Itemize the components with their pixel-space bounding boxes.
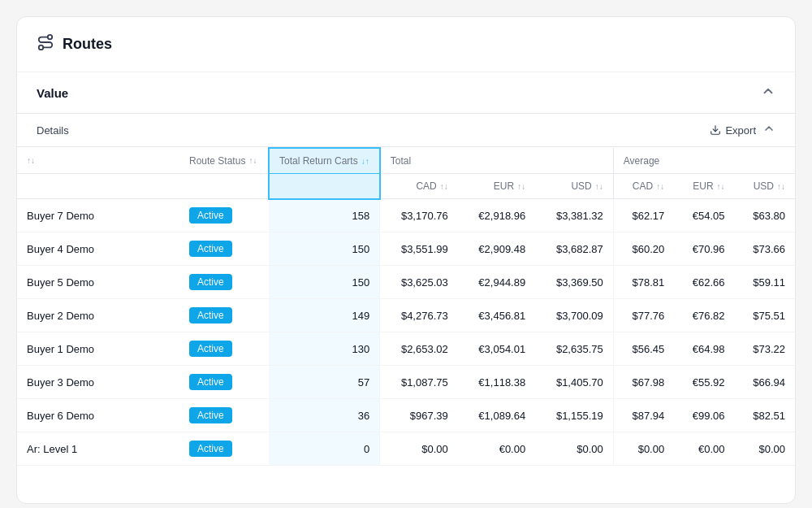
- return-carts-sort-icon: ↓↑: [361, 157, 369, 166]
- return-carts-cell: 150: [269, 232, 380, 266]
- status-badge: Active: [189, 407, 232, 423]
- return-carts-cell: 150: [269, 266, 380, 299]
- total-eur-cell: €2,944.89: [458, 266, 535, 299]
- details-bar: Details Export: [17, 114, 795, 147]
- value-section-header: Value: [17, 72, 795, 114]
- return-carts-cell: 158: [269, 199, 380, 232]
- total-group-header: Total: [380, 148, 614, 174]
- avg-cad-cell: $60.20: [613, 232, 674, 266]
- route-status-cell: Active: [179, 332, 269, 366]
- page-header: Routes: [17, 17, 795, 72]
- data-table-wrapper: ↑↓ Route Status ↑↓ Total Return Carts ↓↑: [17, 147, 795, 466]
- avg-eur-header: EUR ↑↓: [674, 174, 734, 199]
- collapse-button[interactable]: [761, 84, 775, 102]
- export-button[interactable]: Export: [710, 124, 756, 137]
- status-badge: Active: [189, 441, 232, 457]
- status-badge: Active: [189, 307, 232, 323]
- name-col-header: ↑↓: [17, 148, 179, 174]
- table-row: Ar: Level 1 Active 0 $0.00 €0.00 $0.00 $…: [17, 432, 795, 466]
- avg-eur-sort-icon: ↑↓: [717, 182, 725, 191]
- avg-eur-cell: €64.98: [674, 332, 734, 366]
- average-group-header: Average: [613, 148, 795, 174]
- total-usd-cell: $1,155.19: [535, 399, 613, 432]
- avg-usd-cell: $66.94: [735, 366, 795, 399]
- total-cad-cell: $2,653.02: [380, 332, 458, 366]
- total-cad-cell: $3,551.99: [380, 232, 458, 266]
- return-carts-col-header: Total Return Carts ↓↑: [269, 148, 380, 174]
- return-carts-cell: 149: [269, 299, 380, 332]
- status-sort-icon: ↑↓: [248, 156, 257, 165]
- average-group-label: Average: [624, 155, 659, 167]
- total-usd-cell: $2,635.75: [535, 332, 613, 366]
- avg-eur-cell: €0.00: [674, 432, 734, 466]
- details-collapse-button[interactable]: [762, 122, 775, 138]
- route-status-label: Route Status: [189, 155, 245, 167]
- name-sub-header: [17, 174, 179, 199]
- avg-cad-cell: $78.81: [613, 266, 674, 299]
- total-cad-cell: $1,087.75: [380, 366, 458, 399]
- avg-eur-cell: €99.06: [674, 399, 734, 432]
- avg-cad-label: CAD: [633, 180, 653, 192]
- return-carts-cell: 36: [269, 399, 380, 432]
- status-badge: Active: [189, 341, 232, 357]
- total-eur-cell: €0.00: [458, 432, 535, 466]
- svg-point-1: [48, 35, 53, 40]
- total-usd-cell: $3,381.32: [535, 199, 613, 232]
- main-container: Routes Value Details Export: [16, 16, 796, 504]
- buyer-name: Buyer 5 Demo: [17, 266, 179, 299]
- buyer-name: Ar: Level 1: [17, 432, 179, 466]
- total-cad-cell: $4,276.73: [380, 299, 458, 332]
- status-sub-header: [179, 174, 269, 199]
- avg-cad-header: CAD ↑↓: [613, 174, 674, 199]
- buyer-name: Buyer 6 Demo: [17, 399, 179, 432]
- total-eur-cell: €2,909.48: [458, 232, 535, 266]
- avg-cad-cell: $62.17: [613, 199, 674, 232]
- avg-cad-cell: $0.00: [613, 432, 674, 466]
- return-carts-sub-header: [269, 174, 380, 199]
- section-title: Value: [37, 86, 68, 100]
- table-row: Buyer 2 Demo Active 149 $4,276.73 €3,456…: [17, 299, 795, 332]
- avg-usd-cell: $73.66: [735, 232, 795, 266]
- return-carts-cell: 57: [269, 366, 380, 399]
- total-cad-cell: $3,625.03: [380, 266, 458, 299]
- column-sub-header-row: CAD ↑↓ EUR ↑↓ USD ↑↓: [17, 174, 795, 199]
- avg-cad-cell: $56.45: [613, 332, 674, 366]
- total-cad-cell: $967.39: [380, 399, 458, 432]
- buyer-name: Buyer 7 Demo: [17, 199, 179, 232]
- total-return-carts-label: Total Return Carts: [279, 155, 358, 167]
- total-usd-cell: $0.00: [535, 432, 613, 466]
- buyer-name: Buyer 2 Demo: [17, 299, 179, 332]
- total-eur-cell: €1,118.38: [458, 366, 535, 399]
- avg-cad-cell: $87.94: [613, 399, 674, 432]
- avg-usd-header: USD ↑↓: [735, 174, 795, 199]
- total-eur-sort-icon: ↑↓: [517, 182, 525, 191]
- routes-icon: [37, 33, 54, 55]
- export-label: Export: [725, 124, 756, 137]
- avg-cad-cell: $77.76: [613, 299, 674, 332]
- total-cad-label: CAD: [416, 180, 436, 192]
- buyer-name: Buyer 4 Demo: [17, 232, 179, 266]
- avg-eur-cell: €76.82: [674, 299, 734, 332]
- avg-eur-cell: €62.66: [674, 266, 734, 299]
- total-usd-cell: $3,369.50: [535, 266, 613, 299]
- total-usd-cell: $1,405.70: [535, 366, 613, 399]
- table-row: Buyer 7 Demo Active 158 $3,170.76 €2,918…: [17, 199, 795, 232]
- total-eur-header: EUR ↑↓: [458, 174, 535, 199]
- avg-cad-sort-icon: ↑↓: [656, 182, 664, 191]
- total-cad-sort-icon: ↑↓: [440, 182, 448, 191]
- total-eur-cell: €3,456.81: [458, 299, 535, 332]
- route-status-cell: Active: [179, 366, 269, 399]
- total-cad-cell: $0.00: [380, 432, 458, 466]
- total-eur-label: EUR: [494, 180, 514, 192]
- status-badge: Active: [189, 207, 232, 224]
- status-badge: Active: [189, 274, 232, 290]
- table-row: Buyer 4 Demo Active 150 $3,551.99 €2,909…: [17, 232, 795, 266]
- avg-eur-cell: €54.05: [674, 199, 734, 232]
- total-usd-cell: $3,700.09: [535, 299, 613, 332]
- route-status-cell: Active: [179, 299, 269, 332]
- avg-eur-cell: €70.96: [674, 232, 734, 266]
- data-table: ↑↓ Route Status ↑↓ Total Return Carts ↓↑: [17, 147, 795, 466]
- status-col-header: Route Status ↑↓: [179, 148, 269, 174]
- total-usd-sort-icon: ↑↓: [595, 182, 603, 191]
- total-cad-cell: $3,170.76: [380, 199, 458, 232]
